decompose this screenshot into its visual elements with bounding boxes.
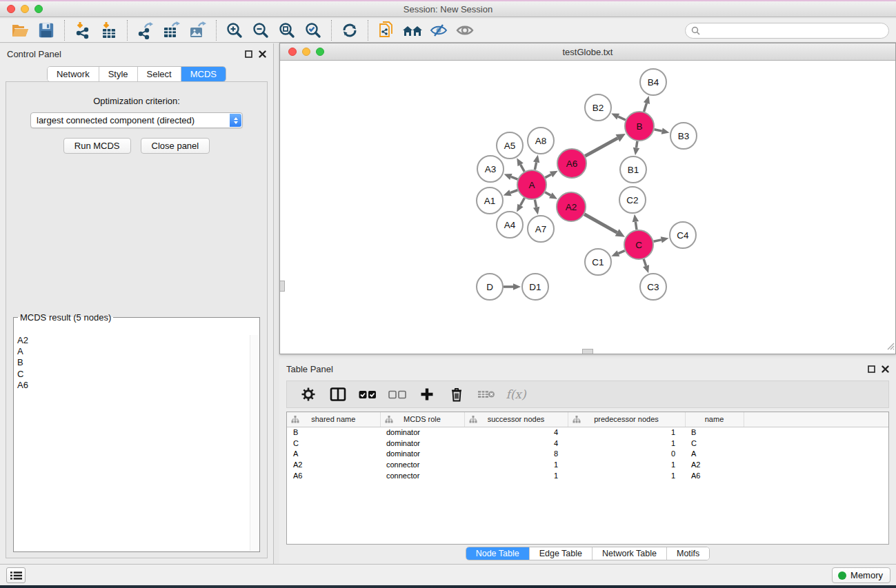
graph-edge-B-B4[interactable] [644,103,647,112]
close-table-panel-icon[interactable] [882,365,889,373]
table-row[interactable]: A6connector11A6 [287,470,888,481]
table-cell-mcds-role[interactable]: dominator [380,427,464,438]
panel-collapse-handle-bottom[interactable] [582,349,593,354]
float-table-panel-icon[interactable] [868,365,875,373]
import-network-button[interactable] [70,20,96,41]
result-item[interactable]: B [14,357,249,368]
tab-mcds[interactable]: MCDS [181,67,226,81]
clone-network-button[interactable] [373,20,399,41]
memory-button[interactable]: Memory [832,567,890,583]
export-image-button[interactable] [185,20,211,41]
function-builder-button[interactable]: f(x) [504,384,528,405]
graph-edge-A6-B[interactable] [585,138,617,156]
float-panel-icon[interactable] [245,50,252,58]
tab-network-table[interactable]: Network Table [592,547,666,560]
zoom-out-button[interactable] [248,20,274,41]
result-item[interactable]: A [14,346,249,357]
table-row[interactable]: Bdominator41B [287,427,888,438]
export-network-button[interactable] [132,20,159,41]
table-cell-name[interactable]: B [685,427,744,438]
graph-edge-A-A3[interactable] [511,176,518,179]
column-header-shared-name[interactable]: shared name [287,412,380,427]
deselect-all-button[interactable] [386,384,409,405]
column-header-predecessor-nodes[interactable]: predecessor nodes [568,412,685,427]
delete-table-button[interactable] [475,384,498,405]
network-zoom-button[interactable] [316,48,324,56]
graph-edge-A-A1[interactable] [510,190,517,193]
table-cell-shared-name[interactable]: A [287,448,380,459]
result-scrollbar[interactable] [250,335,259,551]
table-cell-mcds-role[interactable]: dominator [380,448,464,459]
open-session-button[interactable] [7,20,33,41]
table-cell-successor-nodes[interactable]: 1 [464,470,568,481]
graph-edge-B-B1[interactable] [637,141,637,148]
minimize-window-button[interactable] [21,5,29,13]
table-cell-name[interactable]: A6 [685,470,744,481]
table-cell-shared-name[interactable]: A6 [287,470,380,481]
table-cell-name[interactable]: C [685,438,744,449]
column-header-name[interactable]: name [685,412,744,427]
graph-edge-B-B3[interactable] [654,130,661,131]
table-cell-mcds-role[interactable]: dominator [380,438,464,449]
table-cell-predecessor-nodes[interactable]: 1 [568,470,685,481]
save-session-button[interactable] [33,20,59,41]
show-column-panel-button[interactable] [326,384,350,405]
zoom-window-button[interactable] [34,5,43,13]
graph-edge-A-A6[interactable] [545,174,551,178]
add-column-button[interactable] [415,384,439,405]
tab-edge-table[interactable]: Edge Table [529,547,592,560]
tab-style[interactable]: Style [99,67,137,81]
table-cell-successor-nodes[interactable]: 4 [464,427,568,438]
tab-select[interactable]: Select [137,67,181,81]
close-window-button[interactable] [7,5,15,13]
table-cell-successor-nodes[interactable]: 4 [464,438,568,449]
import-table-button[interactable] [96,20,122,41]
search-field[interactable] [685,23,889,39]
export-table-button[interactable] [159,20,185,41]
table-cell-predecessor-nodes[interactable]: 1 [568,427,685,438]
refresh-network-button[interactable] [337,20,363,41]
table-cell-predecessor-nodes[interactable]: 1 [568,438,685,449]
home-view-button[interactable] [399,20,426,41]
close-panel-icon[interactable] [259,50,266,58]
result-item[interactable]: A2 [14,335,249,346]
select-all-button[interactable] [356,384,379,405]
table-cell-successor-nodes[interactable]: 1 [464,459,568,470]
column-header-successor-nodes[interactable]: successor nodes [464,412,568,427]
table-cell-shared-name[interactable]: C [287,438,380,449]
network-canvas[interactable]: AA1A2A3A4A5A6A7A8BB1B2B3B4CC1C2C3C4DD1 [280,61,895,354]
network-window-titlebar[interactable]: testGlobe.txt [280,43,895,61]
table-cell-predecessor-nodes[interactable]: 0 [568,448,685,459]
panel-collapse-handle-left[interactable] [280,281,285,292]
graph-edge-A-A4[interactable] [520,198,524,205]
result-item[interactable]: A6 [14,380,249,391]
graph-edge-A2-C[interactable] [584,214,617,233]
hide-selected-button[interactable] [426,20,452,41]
graph-edge-C-C2[interactable] [635,222,637,230]
table-cell-shared-name[interactable]: A2 [287,459,380,470]
optimization-criterion-dropdown[interactable]: largest connected component (directed) [30,112,243,128]
table-cell-mcds-role[interactable]: connector [380,470,464,481]
table-cell-predecessor-nodes[interactable]: 1 [568,459,685,470]
table-row[interactable]: Cdominator41C [287,438,888,449]
network-close-button[interactable] [288,48,297,56]
table-cell-mcds-role[interactable]: connector [380,459,464,470]
graph-edge-A-A7[interactable] [535,200,536,207]
graph-edge-B-B2[interactable] [618,116,626,120]
close-panel-button[interactable]: Close panel [141,138,210,154]
graph-edge-A-A2[interactable] [545,192,550,196]
tab-node-table[interactable]: Node Table [466,547,529,560]
search-input[interactable] [704,26,883,36]
zoom-fit-button[interactable] [274,20,300,41]
table-cell-shared-name[interactable]: B [287,427,380,438]
network-minimize-button[interactable] [302,48,310,56]
graph-edge-A-A5[interactable] [521,165,525,172]
show-all-button[interactable] [452,20,478,41]
column-header-mcds-role[interactable]: MCDS role [380,412,464,427]
run-mcds-button[interactable]: Run MCDS [63,138,131,154]
table-row[interactable]: Adominator80A [287,448,888,459]
delete-column-button[interactable] [445,384,468,405]
graph-edge-C-C1[interactable] [618,251,624,254]
table-settings-button[interactable] [297,384,320,405]
table-cell-name[interactable]: A2 [685,459,744,470]
